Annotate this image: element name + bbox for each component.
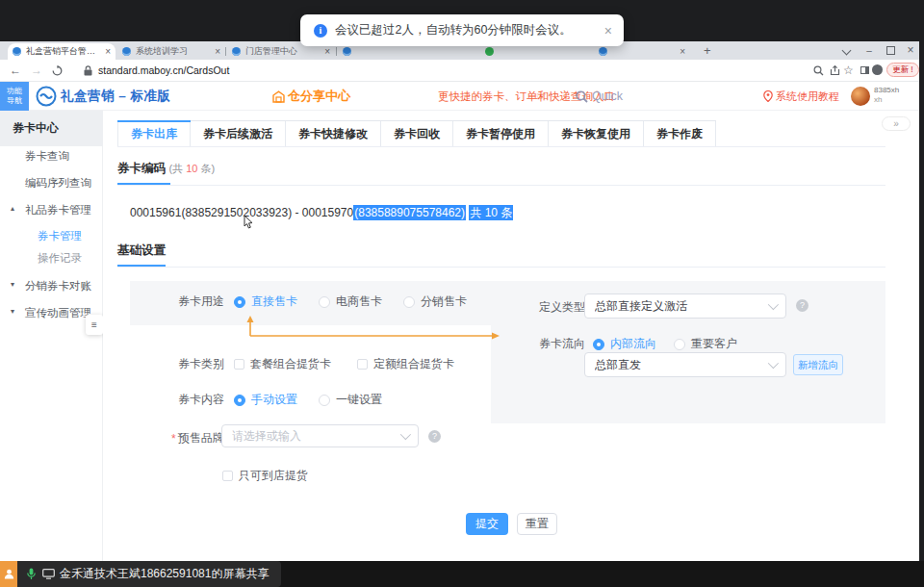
card-code-range[interactable]: 00015961(8385291502033923) - 00015970(83… (130, 205, 513, 221)
share-icon[interactable] (830, 65, 840, 76)
user-id: 8385xh (874, 86, 899, 95)
quick-search-button[interactable]: Quick (576, 82, 623, 111)
tab-separator (336, 47, 337, 56)
radio-ecommerce-sale[interactable] (319, 296, 330, 308)
option-fixed-combo-card[interactable]: 定额组合提货卡 (373, 356, 454, 372)
screen: 礼盒营销平台管理中心 × 系统培训学习 × 门店管理中心 × (0, 0, 924, 587)
tab-card-void[interactable]: 券卡作废 (644, 121, 716, 147)
checkbox-package-combo-card[interactable] (234, 359, 244, 370)
sidebar-group-distribution-reconciliation[interactable]: 分销券卡对账 (25, 279, 91, 294)
option-ecommerce-sale[interactable]: 电商售卡 (336, 294, 382, 310)
browser-tab-2[interactable]: 系统培训学习 × (117, 43, 225, 60)
checkbox-fixed-combo-card[interactable] (357, 359, 368, 370)
update-label: 更新 (892, 65, 909, 74)
option-one-click-setup[interactable]: 一键设置 (336, 392, 382, 408)
panel-expand-button[interactable]: » (882, 116, 911, 131)
window-close-button[interactable]: × (904, 41, 917, 60)
radio-internal-flow[interactable] (593, 339, 604, 350)
toast-close-icon[interactable]: × (604, 23, 612, 38)
side-panel-icon[interactable] (860, 60, 869, 78)
back-icon[interactable]: ← (10, 60, 21, 81)
option-store-pickup-only[interactable]: 只可到店提货 (239, 468, 308, 484)
brand-placeholder: 请选择或输入 (232, 428, 400, 445)
tab-card-outbound[interactable]: 券卡出库 (117, 121, 191, 147)
user-avatar[interactable] (851, 87, 870, 106)
option-important-customer[interactable]: 重要客户 (691, 336, 737, 352)
share-status-pill: 金禾通技术王斌18662591081的屏幕共享 (0, 561, 281, 587)
bookmark-star-icon[interactable]: ☆ (843, 60, 854, 81)
sidebar-item-operation-log[interactable]: 操作记录 (38, 251, 82, 266)
option-manual-setup[interactable]: 手动设置 (251, 392, 297, 408)
radio-direct-sale[interactable] (234, 296, 245, 308)
card-category-row: 券卡类别 套餐组合提货卡 定额组合提货卡 (178, 356, 454, 372)
tab-card-recycle[interactable]: 券卡回收 (381, 121, 453, 147)
code-range-plain: 00015961(8385291502033923) - 00015970 (130, 206, 353, 219)
microphone-icon[interactable] (27, 568, 36, 580)
tab-card-resume[interactable]: 券卡恢复使用 (549, 121, 644, 147)
define-type-value: 总部直接定义激活 (595, 298, 768, 315)
tab-close-icon[interactable]: × (680, 47, 685, 57)
option-distribution-sale[interactable]: 分销售卡 (421, 294, 467, 310)
reset-button[interactable]: 重置 (517, 513, 557, 535)
forward-icon[interactable]: → (31, 60, 42, 81)
add-flow-button[interactable]: 新增流向 (793, 354, 843, 375)
sidebar-item-card-query[interactable]: 券卡查询 (25, 149, 69, 164)
card-content-row: 券卡内容 手动设置 一键设置 (178, 392, 382, 408)
participant-badge[interactable] (0, 561, 17, 587)
tab-title: 门店管理中心 (245, 45, 321, 58)
help-icon[interactable]: ? (428, 430, 441, 443)
reload-icon[interactable] (52, 65, 63, 76)
tab-close-icon[interactable]: × (324, 47, 330, 57)
option-internal-flow[interactable]: 内部流向 (610, 336, 656, 352)
define-type-select[interactable]: 总部直接定义激活 (584, 294, 786, 319)
tab-close-icon[interactable]: × (215, 47, 220, 57)
checkbox-store-pickup-only[interactable] (222, 471, 233, 481)
tab-card-followup-activation[interactable]: 券卡后续激活 (191, 121, 286, 147)
radio-manual-setup[interactable] (234, 395, 245, 406)
tab-card-suspend[interactable]: 券卡暂停使用 (453, 121, 549, 147)
tab-card-quick-modify[interactable]: 券卡快捷修改 (286, 121, 381, 147)
sidebar-group-gift-card-management[interactable]: 礼品券卡管理 (25, 203, 91, 217)
window-maximize-button[interactable] (884, 41, 897, 60)
radio-distribution-sale[interactable] (403, 296, 415, 308)
browser-tab-1[interactable]: 礼盒营销平台管理中心 × (8, 43, 116, 60)
url-text[interactable]: standard.maboy.cn/CardsOut (98, 60, 229, 81)
tab-close-icon[interactable]: × (105, 47, 111, 57)
warehouse-share-center-link[interactable]: 仓分享中心 (272, 82, 350, 111)
sidebar-group-promo-animation[interactable]: 宣传动画管理 (25, 306, 91, 320)
info-icon: i (314, 24, 327, 38)
flow-select[interactable]: 总部直发 (584, 352, 786, 377)
system-tutorial-link[interactable]: 系统使用教程 (763, 82, 839, 111)
sidebar-item-code-sequence-query[interactable]: 编码序列查询 (25, 176, 91, 191)
zoom-icon[interactable] (813, 65, 824, 76)
presale-brand-select[interactable]: 请选择或输入 (221, 424, 419, 447)
define-type-row: 定义类型 (539, 299, 585, 316)
lock-icon[interactable] (84, 65, 92, 76)
radio-important-customer[interactable] (674, 339, 685, 350)
page-tab-bar: 券卡出库 券卡后续激活 券卡快捷修改 券卡回收 券卡暂停使用 券卡恢复使用 券卡… (117, 120, 716, 147)
tab-favicon (13, 47, 21, 56)
code-count-selected: 共 10 条 (469, 205, 513, 220)
mouse-cursor (244, 216, 253, 229)
sidebar-item-card-management[interactable]: 券卡管理 (38, 229, 82, 243)
radio-one-click-setup[interactable] (319, 395, 330, 406)
help-icon[interactable]: ? (796, 299, 808, 312)
submit-button[interactable]: 提交 (466, 513, 508, 535)
sidebar-collapse-handle[interactable]: ≡ (86, 315, 103, 335)
function-nav-toggle[interactable]: 功能 导航 (0, 82, 29, 111)
screen-share-icon[interactable] (42, 569, 55, 579)
profile-icon[interactable] (872, 60, 883, 79)
divider (117, 185, 886, 186)
tab-favicon (599, 47, 607, 56)
new-tab-button[interactable]: + (704, 41, 711, 60)
option-direct-sale[interactable]: 直接售卡 (251, 294, 297, 310)
tab-favicon (122, 47, 131, 56)
window-minimize-button[interactable]: – (862, 41, 876, 60)
option-package-combo-card[interactable]: 套餐组合提货卡 (250, 356, 331, 372)
app-title: 礼盒营销 – 标准版 (61, 82, 171, 111)
update-button[interactable]: 更新 ! (886, 63, 919, 77)
category-label: 券卡类别 (178, 356, 224, 372)
tab-search-icon[interactable] (839, 41, 853, 60)
toast-message: 会议已超过2人，自动转为60分钟限时会议。 (335, 22, 599, 38)
divider (117, 146, 886, 147)
